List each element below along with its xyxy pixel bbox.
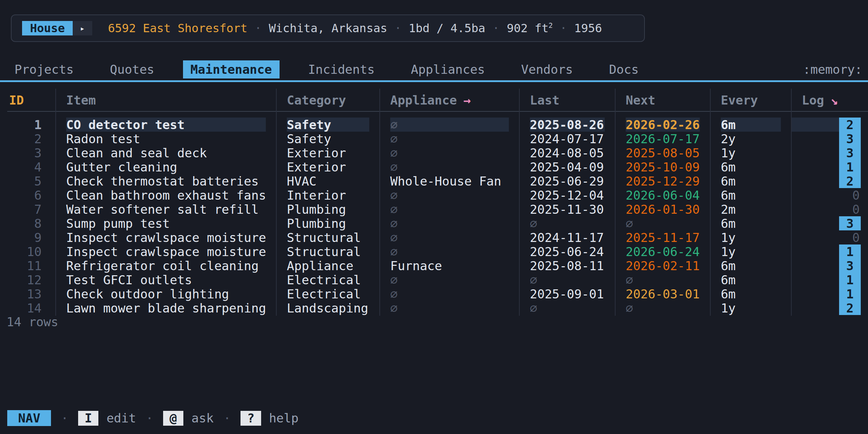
table-row-3[interactable]: 3Clean and seal deckExterior∅2024-08-052… [0,146,868,160]
cell-log: 1 [791,287,868,301]
cell-value: Electrical [287,287,361,301]
table-row-13[interactable]: 13Check outdoor lightingElectrical∅2025-… [0,287,868,301]
cell-value: 2026-03-01 [626,287,700,301]
table-row-9[interactable]: 9Inspect crawlspace moistureStructural∅2… [0,230,868,244]
cell-every: 2m [710,202,791,216]
table-row-8[interactable]: 8Sump pump testPlumbing∅∅∅6m3 [0,216,868,230]
cell-value: Furnace [390,259,442,273]
separator-dot: · [255,21,261,35]
cell-value: 2026-02-26 [626,118,700,132]
cell-every: 1y [710,230,791,244]
cell-every: 6m [710,216,791,230]
cell-appliance: ∅ [379,230,519,244]
column-header-id[interactable]: ID [0,93,55,107]
cell-value: 2024-11-17 [530,230,604,244]
table-row-10[interactable]: 10Inspect crawlspace moistureStructural∅… [0,244,868,259]
cell-last: 2024-08-05 [519,146,615,160]
cell-value: Inspect crawlspace moisture [66,244,266,259]
tab-maintenance[interactable]: Maintenance [183,60,280,78]
cell-last: ∅ [519,273,615,287]
tab-vendors[interactable]: Vendors [521,62,573,77]
cell-value: Electrical [287,273,361,287]
cell-every: 6m [710,188,791,202]
cell-value: 2025-08-26 [530,118,604,132]
table-row-6[interactable]: 6Clean bathroom exhaust fansInterior∅202… [0,188,868,202]
column-header-category[interactable]: Category [276,93,379,107]
tab-quotes[interactable]: Quotes [110,62,154,77]
cell-category: Exterior [276,146,379,160]
tab-appliances[interactable]: Appliances [411,62,485,77]
cell-value: ∅ [390,301,397,315]
property-selector[interactable]: House ▸ [22,21,92,35]
cell-item: Sump pump test [55,216,276,230]
cell-value: Lawn mower blade sharpening [66,301,266,315]
tab-incidents[interactable]: Incidents [308,62,375,77]
sort-desc-icon: ↘ [830,93,838,107]
table-row-7[interactable]: 7Water softener salt refillPlumbing∅2025… [0,202,868,216]
table-row-11[interactable]: 11Refrigerator coil cleaningApplianceFur… [0,259,868,273]
cell-id: 9 [0,230,55,244]
cell-next: 2026-01-30 [615,202,710,216]
tab-projects[interactable]: Projects [14,62,74,77]
cell-category: Structural [276,244,379,259]
column-header-next[interactable]: Next [615,93,710,107]
cell-appliance: ∅ [379,216,519,230]
cell-appliance: ∅ [379,301,519,315]
cell-every: 6m [710,174,791,188]
table-row-1[interactable]: 1CO detector testSafety∅2025-08-262026-0… [0,118,868,132]
cell-category: Plumbing [276,216,379,230]
tab-docs[interactable]: Docs [609,62,639,77]
column-header-log[interactable]: Log↘ [791,93,868,107]
column-header-appliance[interactable]: Appliance→ [379,93,519,107]
column-separator [710,89,711,316]
table-row-2[interactable]: 2Radon testSafety∅2024-07-172026-07-172y… [0,132,868,146]
property-city: Wichita, Arkansas [269,21,387,35]
cell-last: 2024-11-17 [519,230,615,244]
key-hint-label-ask: ask [191,411,213,425]
cell-next: 2025-10-09 [615,160,710,174]
cell-last: 2025-06-29 [519,174,615,188]
cell-appliance: ∅ [379,202,519,216]
table-row-4[interactable]: 4Gutter cleaningExterior∅2025-04-092025-… [0,160,868,174]
cell-next: 2026-03-01 [615,287,710,301]
column-header-every[interactable]: Every [710,93,791,107]
cell-value: 2025-09-01 [530,287,604,301]
cell-value: Clean and seal deck [66,146,207,160]
log-count-badge: 2 [839,301,861,315]
key-chip-ask: @ [163,411,183,426]
property-selector-label[interactable]: House [22,21,73,35]
column-header-label: Last [530,93,559,107]
cell-log: 0 [791,202,868,216]
cell-value: ∅ [626,216,633,230]
cell-value: ∅ [390,287,397,301]
log-count-badge: 2 [839,118,861,132]
cell-value: Water softener salt refill [66,202,259,216]
table-row-12[interactable]: 12Test GFCI outletsElectrical∅∅∅6m1 [0,273,868,287]
cell-appliance: ∅ [379,118,519,132]
table-row-5[interactable]: 5Check thermostat batteriesHVACWhole-Hou… [0,174,868,188]
column-header-last[interactable]: Last [519,93,615,107]
cell-item: Clean and seal deck [55,146,276,160]
cell-value: Structural [287,230,361,244]
cell-value: 2025-12-04 [530,188,604,202]
cell-item: Check thermostat batteries [55,174,276,188]
cell-value: 1y [721,146,736,160]
cell-value: Inspect crawlspace moisture [66,230,266,244]
key-hint-label-edit: edit [106,411,136,425]
cell-next: 2026-02-26 [615,118,710,132]
chevron-right-icon[interactable]: ▸ [73,21,92,35]
cell-value: Structural [287,244,361,259]
cell-next: 2025-12-29 [615,174,710,188]
cell-value: 2025-06-24 [530,244,604,259]
cell-category: Interior [276,188,379,202]
cell-value: 6m [721,160,736,174]
cell-every: 2y [710,132,791,146]
key-chip-edit: I [78,411,98,426]
cell-log: 2 [791,301,868,315]
cell-next: 2026-06-24 [615,244,710,259]
table-row-14[interactable]: 14Lawn mower blade sharpeningLandscaping… [0,301,868,315]
column-header-label: Every [721,93,758,107]
cell-category: Exterior [276,160,379,174]
column-header-item[interactable]: Item [55,93,276,107]
cell-item: Refrigerator coil cleaning [55,259,276,273]
